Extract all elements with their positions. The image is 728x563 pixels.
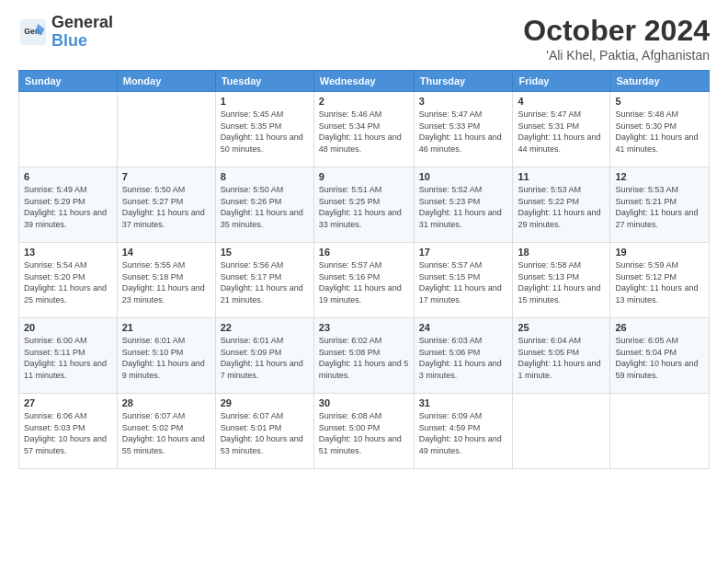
day-info: Sunrise: 6:01 AM Sunset: 5:10 PM Dayligh… (122, 335, 210, 381)
day-info: Sunrise: 6:04 AM Sunset: 5:05 PM Dayligh… (518, 335, 605, 381)
day-number: 3 (419, 96, 508, 107)
cell-w1d0: 6Sunrise: 5:49 AM Sunset: 5:29 PM Daylig… (19, 167, 118, 243)
day-number: 16 (319, 247, 409, 258)
cell-w2d1: 14Sunrise: 5:55 AM Sunset: 5:18 PM Dayli… (117, 243, 215, 318)
calendar-header: Sunday Monday Tuesday Wednesday Thursday… (19, 71, 710, 92)
week-row-2: 13Sunrise: 5:54 AM Sunset: 5:20 PM Dayli… (19, 243, 710, 318)
day-info: Sunrise: 5:47 AM Sunset: 5:33 PM Dayligh… (419, 109, 508, 155)
day-number: 18 (518, 247, 605, 258)
day-info: Sunrise: 5:53 AM Sunset: 5:21 PM Dayligh… (615, 184, 704, 230)
day-number: 6 (24, 171, 112, 182)
day-info: Sunrise: 6:09 AM Sunset: 4:59 PM Dayligh… (419, 410, 508, 456)
cell-w0d5: 4Sunrise: 5:47 AM Sunset: 5:31 PM Daylig… (513, 92, 610, 167)
col-thursday: Thursday (414, 71, 513, 92)
day-number: 2 (319, 96, 409, 107)
day-info: Sunrise: 6:03 AM Sunset: 5:06 PM Dayligh… (419, 335, 508, 381)
day-info: Sunrise: 5:46 AM Sunset: 5:34 PM Dayligh… (319, 109, 409, 155)
logo-line1: General (51, 14, 113, 32)
cell-w1d3: 9Sunrise: 5:51 AM Sunset: 5:25 PM Daylig… (313, 167, 414, 243)
day-info: Sunrise: 6:07 AM Sunset: 5:02 PM Dayligh… (122, 410, 210, 456)
day-number: 24 (419, 322, 508, 333)
day-info: Sunrise: 5:59 AM Sunset: 5:12 PM Dayligh… (615, 259, 704, 305)
cell-w2d4: 17Sunrise: 5:57 AM Sunset: 5:15 PM Dayli… (414, 243, 513, 318)
col-sunday: Sunday (19, 71, 118, 92)
cell-w3d1: 21Sunrise: 6:01 AM Sunset: 5:10 PM Dayli… (117, 318, 215, 394)
day-number: 19 (615, 247, 704, 258)
day-info: Sunrise: 5:57 AM Sunset: 5:15 PM Dayligh… (419, 259, 508, 305)
day-number: 28 (122, 397, 210, 408)
cell-w2d2: 15Sunrise: 5:56 AM Sunset: 5:17 PM Dayli… (215, 243, 313, 318)
calendar: Sunday Monday Tuesday Wednesday Thursday… (18, 70, 710, 469)
cell-w2d5: 18Sunrise: 5:58 AM Sunset: 5:13 PM Dayli… (513, 243, 610, 318)
calendar-body: 1Sunrise: 5:45 AM Sunset: 5:35 PM Daylig… (19, 92, 710, 469)
day-info: Sunrise: 6:08 AM Sunset: 5:00 PM Dayligh… (319, 410, 409, 456)
day-info: Sunrise: 5:50 AM Sunset: 5:26 PM Dayligh… (221, 184, 309, 230)
day-number: 11 (518, 171, 605, 182)
day-info: Sunrise: 6:05 AM Sunset: 5:04 PM Dayligh… (615, 335, 704, 381)
day-number: 13 (24, 247, 112, 258)
page: Gen. General Blue October 2024 'Ali Khel… (0, 0, 728, 563)
logo-icon: Gen. (18, 17, 48, 47)
logo-text: General Blue (51, 14, 113, 51)
logo: Gen. General Blue (18, 14, 113, 51)
day-number: 23 (319, 322, 409, 333)
month-title: October 2024 (523, 14, 710, 48)
cell-w0d1 (117, 92, 215, 167)
header: Gen. General Blue October 2024 'Ali Khel… (18, 14, 710, 63)
cell-w1d2: 8Sunrise: 5:50 AM Sunset: 5:26 PM Daylig… (215, 167, 313, 243)
day-number: 15 (221, 247, 309, 258)
cell-w3d2: 22Sunrise: 6:01 AM Sunset: 5:09 PM Dayli… (215, 318, 313, 394)
col-monday: Monday (117, 71, 215, 92)
day-info: Sunrise: 6:00 AM Sunset: 5:11 PM Dayligh… (24, 335, 112, 381)
col-friday: Friday (513, 71, 610, 92)
cell-w3d4: 24Sunrise: 6:03 AM Sunset: 5:06 PM Dayli… (414, 318, 513, 394)
logo-line2: Blue (51, 32, 113, 51)
day-number: 1 (221, 96, 309, 107)
cell-w3d6: 26Sunrise: 6:05 AM Sunset: 5:04 PM Dayli… (610, 318, 710, 394)
day-info: Sunrise: 5:57 AM Sunset: 5:16 PM Dayligh… (319, 259, 409, 305)
day-info: Sunrise: 5:51 AM Sunset: 5:25 PM Dayligh… (319, 184, 409, 230)
col-wednesday: Wednesday (313, 71, 414, 92)
day-info: Sunrise: 5:47 AM Sunset: 5:31 PM Dayligh… (518, 109, 605, 155)
cell-w1d6: 12Sunrise: 5:53 AM Sunset: 5:21 PM Dayli… (610, 167, 710, 243)
cell-w1d5: 11Sunrise: 5:53 AM Sunset: 5:22 PM Dayli… (513, 167, 610, 243)
day-number: 22 (221, 322, 309, 333)
day-info: Sunrise: 6:06 AM Sunset: 5:03 PM Dayligh… (24, 410, 112, 456)
day-info: Sunrise: 5:53 AM Sunset: 5:22 PM Dayligh… (518, 184, 605, 230)
day-info: Sunrise: 5:52 AM Sunset: 5:23 PM Dayligh… (419, 184, 508, 230)
cell-w4d3: 30Sunrise: 6:08 AM Sunset: 5:00 PM Dayli… (313, 394, 414, 469)
week-row-3: 20Sunrise: 6:00 AM Sunset: 5:11 PM Dayli… (19, 318, 710, 394)
day-number: 4 (518, 96, 605, 107)
cell-w0d3: 2Sunrise: 5:46 AM Sunset: 5:34 PM Daylig… (313, 92, 414, 167)
cell-w0d6: 5Sunrise: 5:48 AM Sunset: 5:30 PM Daylig… (610, 92, 710, 167)
col-saturday: Saturday (610, 71, 710, 92)
day-number: 26 (615, 322, 704, 333)
day-number: 17 (419, 247, 508, 258)
cell-w2d0: 13Sunrise: 5:54 AM Sunset: 5:20 PM Dayli… (19, 243, 118, 318)
day-number: 14 (122, 247, 210, 258)
title-section: October 2024 'Ali Khel, Paktia, Afghanis… (523, 14, 710, 63)
col-tuesday: Tuesday (215, 71, 313, 92)
day-number: 9 (319, 171, 409, 182)
week-row-4: 27Sunrise: 6:06 AM Sunset: 5:03 PM Dayli… (19, 394, 710, 469)
cell-w3d3: 23Sunrise: 6:02 AM Sunset: 5:08 PM Dayli… (313, 318, 414, 394)
day-info: Sunrise: 6:01 AM Sunset: 5:09 PM Dayligh… (221, 335, 309, 381)
day-number: 12 (615, 171, 704, 182)
cell-w3d0: 20Sunrise: 6:00 AM Sunset: 5:11 PM Dayli… (19, 318, 118, 394)
day-number: 25 (518, 322, 605, 333)
day-info: Sunrise: 5:45 AM Sunset: 5:35 PM Dayligh… (221, 109, 309, 155)
header-row: Sunday Monday Tuesday Wednesday Thursday… (19, 71, 710, 92)
day-info: Sunrise: 5:56 AM Sunset: 5:17 PM Dayligh… (221, 259, 309, 305)
day-info: Sunrise: 5:50 AM Sunset: 5:27 PM Dayligh… (122, 184, 210, 230)
day-number: 10 (419, 171, 508, 182)
cell-w0d0 (19, 92, 118, 167)
day-info: Sunrise: 5:55 AM Sunset: 5:18 PM Dayligh… (122, 259, 210, 305)
day-number: 27 (24, 397, 112, 408)
day-info: Sunrise: 5:54 AM Sunset: 5:20 PM Dayligh… (24, 259, 112, 305)
day-number: 30 (319, 397, 409, 408)
day-info: Sunrise: 5:49 AM Sunset: 5:29 PM Dayligh… (24, 184, 112, 230)
day-number: 31 (419, 397, 508, 408)
day-info: Sunrise: 6:02 AM Sunset: 5:08 PM Dayligh… (319, 335, 409, 381)
cell-w4d6 (610, 394, 710, 469)
day-info: Sunrise: 6:07 AM Sunset: 5:01 PM Dayligh… (221, 410, 309, 456)
